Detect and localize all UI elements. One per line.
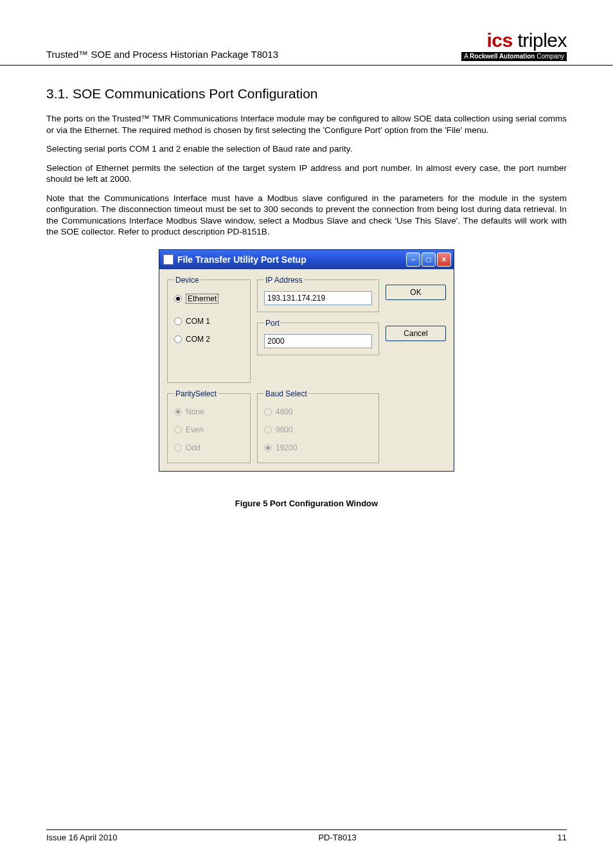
radio-icon [264, 444, 272, 452]
radio-parity-none: None [174, 407, 244, 416]
radio-com2[interactable]: COM 2 [174, 335, 244, 344]
cancel-button[interactable]: Cancel [386, 326, 446, 341]
ip-input[interactable] [264, 291, 372, 305]
minimize-button[interactable]: − [406, 252, 420, 267]
section-number: 3.1. [46, 86, 69, 101]
radio-com1[interactable]: COM 1 [174, 317, 244, 326]
port-input[interactable] [264, 334, 372, 348]
radio-icon [174, 444, 182, 452]
parity-legend: ParitySelect [174, 389, 218, 398]
radio-baud-9600: 9600 [264, 425, 372, 434]
app-icon [163, 254, 173, 265]
radio-icon [174, 408, 182, 416]
dialog-title: File Transfer Utility Port Setup [177, 254, 306, 265]
paragraph-1: The ports on the Trusted™ TMR Communicat… [46, 113, 567, 136]
ip-legend: IP Address [264, 276, 304, 285]
section-title: SOE Communications Port Configuration [73, 86, 318, 101]
ok-button[interactable]: OK [386, 285, 446, 300]
baud-groupbox: Baud Select 4800 9600 19200 [257, 389, 379, 463]
radio-icon [264, 408, 272, 416]
close-button[interactable]: × [437, 252, 451, 267]
parity-even-label: Even [186, 425, 203, 434]
titlebar[interactable]: File Transfer Utility Port Setup − □ × [159, 250, 454, 269]
radio-icon [174, 317, 182, 325]
baud-legend: Baud Select [264, 389, 308, 398]
paragraph-4: Note that the Communications Interface m… [46, 193, 567, 238]
footer: Issue 16 April 2010 PD-T8013 11 [46, 829, 567, 842]
baud-9600-label: 9600 [276, 425, 293, 434]
radio-parity-odd: Odd [174, 443, 244, 452]
radio-ethernet[interactable]: Ethernet [174, 294, 244, 304]
port-legend: Port [264, 319, 281, 328]
logo-sub-suffix: Company [535, 53, 564, 60]
baud-19200-label: 19200 [276, 443, 297, 452]
com1-label: COM 1 [186, 317, 210, 326]
port-groupbox: Port [257, 319, 379, 355]
header-title: Trusted™ SOE and Process Historian Packa… [46, 49, 278, 61]
footer-right: 11 [558, 833, 567, 842]
footer-left: Issue 16 April 2010 [46, 833, 118, 842]
parity-groupbox: ParitySelect None Even Odd [167, 389, 251, 463]
device-groupbox: Device Ethernet COM 1 COM 2 [167, 276, 251, 383]
logo-red: ics [486, 30, 512, 51]
radio-baud-4800: 4800 [264, 407, 372, 416]
logo-sub-prefix: A [464, 53, 470, 60]
figure-caption: Figure 5 Port Configuration Window [46, 499, 567, 508]
radio-icon [174, 335, 182, 343]
paragraph-2: Selecting serial ports COM 1 and 2 enabl… [46, 143, 567, 155]
radio-baud-19200: 19200 [264, 443, 372, 452]
parity-odd-label: Odd [186, 443, 200, 452]
ip-groupbox: IP Address [257, 276, 379, 312]
radio-icon [174, 295, 182, 303]
ethernet-label: Ethernet [186, 294, 218, 304]
section-heading: 3.1. SOE Communications Port Configurati… [46, 86, 567, 102]
device-legend: Device [174, 276, 200, 285]
baud-4800-label: 4800 [276, 407, 293, 416]
port-setup-dialog: File Transfer Utility Port Setup − □ × D… [159, 249, 454, 472]
radio-icon [264, 426, 272, 434]
footer-center: PD-T8013 [318, 833, 356, 842]
logo: ics triplex A Rockwell Automation Compan… [461, 31, 567, 61]
paragraph-3: Selection of Ethernet permits the select… [46, 163, 567, 185]
com2-label: COM 2 [186, 335, 210, 344]
parity-none-label: None [186, 407, 204, 416]
maximize-button[interactable]: □ [422, 252, 436, 267]
radio-icon [174, 426, 182, 434]
logo-black: triplex [513, 30, 567, 51]
radio-parity-even: Even [174, 425, 244, 434]
logo-sub-bold: Rockwell Automation [470, 53, 535, 60]
